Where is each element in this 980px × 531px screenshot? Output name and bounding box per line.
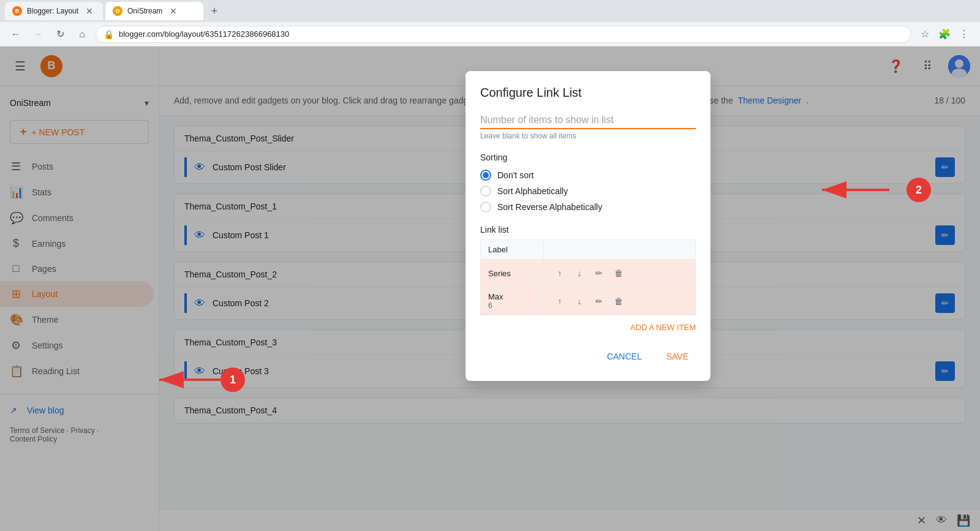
link-list-cell-max-actions: ↑ ↓ ✏ 🗑: [543, 287, 695, 315]
link-list-max-title: Max: [488, 292, 536, 301]
browser-toolbar: ← → ↻ ⌂ 🔒 blogger.com/blog/layout/635117…: [0, 22, 980, 47]
configure-link-list-modal: Configure Link List Leave blank to show …: [466, 71, 710, 381]
sorting-label: Sorting: [480, 153, 696, 162]
link-list-table: Label Series ↑ ↓ ✏ 🗑: [480, 239, 696, 315]
address-text: blogger.com/blog/layout/6351172623866968…: [119, 29, 289, 39]
link-list-row-max: Max 6 ↑ ↓ ✏ 🗑: [481, 287, 696, 315]
link-list-row-series: Series ↑ ↓ ✏ 🗑: [481, 260, 696, 287]
number-items-group: Leave blank to show all items: [480, 112, 696, 140]
modal-overlay[interactable]: Configure Link List Leave blank to show …: [0, 47, 980, 531]
link-list-max-value: 6: [488, 301, 536, 310]
link-list-table-header: Label: [481, 240, 696, 260]
forward-button[interactable]: →: [29, 26, 47, 43]
link-list-cell-max-label: Max 6: [481, 287, 544, 315]
tab-blogger-layout[interactable]: B Blogger: Layout ✕: [5, 2, 103, 20]
number-items-hint: Leave blank to show all items: [480, 132, 696, 140]
radio-sort-alpha-label: Sort Alphabetically: [497, 186, 568, 196]
new-tab-button[interactable]: +: [206, 2, 223, 20]
max-up-btn[interactable]: ↑: [551, 293, 568, 310]
link-list-actions-max: ↑ ↓ ✏ 🗑: [551, 293, 688, 310]
radio-sort-alpha[interactable]: Sort Alphabetically: [480, 186, 696, 197]
address-bar[interactable]: 🔒 blogger.com/blog/layout/63511726238669…: [96, 26, 911, 43]
blogger-favicon: B: [12, 6, 22, 16]
link-list-cell-series-label: Series: [481, 260, 544, 287]
radio-sort-reverse-alpha-label: Sort Reverse Alphabetically: [497, 202, 602, 212]
series-up-btn[interactable]: ↑: [551, 265, 568, 282]
radio-dont-sort[interactable]: Don't sort: [480, 170, 696, 181]
link-list-col-label: Label: [481, 240, 544, 260]
max-edit-btn[interactable]: ✏: [590, 293, 608, 310]
tab-blogger-close[interactable]: ✕: [86, 6, 93, 16]
back-button[interactable]: ←: [7, 26, 24, 43]
radio-dont-sort-label: Don't sort: [497, 170, 533, 180]
star-button[interactable]: ☆: [916, 26, 933, 43]
sorting-radio-group: Don't sort Sort Alphabetically Sort Reve…: [480, 170, 696, 213]
tab-onistream[interactable]: O OniStream ✕: [105, 2, 203, 20]
link-list-col-actions: [543, 240, 695, 260]
max-down-btn[interactable]: ↓: [571, 293, 588, 310]
radio-sort-reverse-alpha[interactable]: Sort Reverse Alphabetically: [480, 201, 696, 213]
link-list-series-title: Series: [488, 269, 536, 278]
tab-onistream-label: OniStream: [127, 7, 162, 15]
extensions-button[interactable]: 🧩: [936, 26, 953, 43]
max-delete-btn[interactable]: 🗑: [610, 293, 627, 310]
link-list-cell-series-actions: ↑ ↓ ✏ 🗑: [543, 260, 695, 287]
add-new-item-button[interactable]: ADD A NEW ITEM: [480, 318, 696, 337]
radio-sort-reverse-alpha-circle: [480, 201, 491, 213]
radio-sort-alpha-circle: [480, 186, 491, 197]
more-button[interactable]: ⋮: [956, 26, 973, 43]
browser-titlebar: B Blogger: Layout ✕ O OniStream ✕ +: [0, 0, 980, 22]
home-button[interactable]: ⌂: [74, 26, 91, 43]
tab-blogger-label: Blogger: Layout: [27, 7, 78, 15]
save-button[interactable]: SAVE: [659, 347, 696, 366]
series-delete-btn[interactable]: 🗑: [610, 265, 627, 282]
cancel-button[interactable]: CANCEL: [600, 347, 649, 366]
refresh-button[interactable]: ↻: [51, 26, 69, 43]
series-edit-btn[interactable]: ✏: [590, 265, 608, 282]
onistream-favicon: O: [113, 6, 123, 16]
lock-icon: 🔒: [104, 29, 114, 39]
link-list-label: Link list: [480, 225, 696, 235]
browser-actions: ☆ 🧩 ⋮: [916, 26, 973, 43]
link-list-actions-series: ↑ ↓ ✏ 🗑: [551, 265, 688, 282]
modal-actions: CANCEL SAVE: [480, 347, 696, 366]
tab-onistream-close[interactable]: ✕: [170, 6, 177, 16]
number-items-input[interactable]: [480, 112, 696, 129]
series-down-btn[interactable]: ↓: [571, 265, 588, 282]
modal-title: Configure Link List: [480, 86, 696, 100]
radio-dont-sort-circle: [480, 170, 491, 181]
link-list-tbody: Series ↑ ↓ ✏ 🗑 Max: [481, 260, 696, 315]
